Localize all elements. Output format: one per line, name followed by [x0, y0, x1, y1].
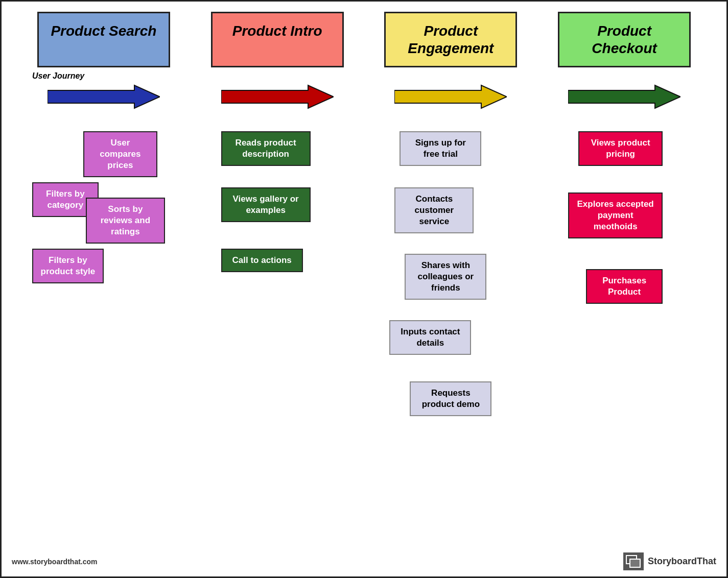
- footer-url: www.storyboardthat.com: [12, 558, 98, 566]
- arrow-yellow: [394, 83, 507, 111]
- arrow-wrapper-2: [211, 83, 344, 111]
- footer-logo: StoryboardThat: [623, 552, 716, 570]
- footer-logo-text: StoryboardThat: [648, 556, 716, 567]
- header-product-intro: Product Intro: [211, 12, 344, 67]
- columns-row: Product Search Product Intro ProductEnga…: [17, 12, 711, 67]
- col4-items: Views product pricing Explores accepted …: [553, 131, 696, 387]
- card-explores: Explores accepted payment meothoids: [568, 192, 663, 238]
- card-contacts: Contacts customer service: [394, 187, 474, 233]
- col-product-checkout: Views product pricing Explores accepted …: [553, 131, 696, 387]
- svg-marker-2: [394, 85, 507, 108]
- arrow-blue: [48, 83, 160, 111]
- card-shares: Shares with colleagues or friends: [405, 254, 486, 300]
- card-views-pricing: Views product pricing: [578, 131, 663, 166]
- main-container: Product Search Product Intro ProductEnga…: [2, 2, 726, 576]
- col-product-intro: Reads product description Views gallery …: [206, 131, 349, 346]
- col-product-search: User compares prices Filters by category…: [32, 131, 175, 346]
- svg-marker-1: [221, 85, 334, 108]
- card-reads-description: Reads product description: [221, 131, 311, 166]
- card-signs-up: Signs up for free trial: [400, 131, 481, 166]
- card-requests: Requests product demo: [410, 381, 491, 416]
- col2-items: Reads product description Views gallery …: [206, 131, 349, 346]
- arrows-row: User Journey: [17, 83, 711, 111]
- svg-marker-0: [48, 85, 160, 108]
- card-purchases: Purchases Product: [586, 269, 663, 304]
- col1-items: User compares prices Filters by category…: [32, 131, 175, 346]
- arrow-wrapper-3: [384, 83, 517, 111]
- arrow-red: [221, 83, 334, 111]
- col-product-engagement: Signs up for free trial Contacts custome…: [379, 131, 522, 438]
- content-area: User compares prices Filters by category…: [17, 131, 711, 438]
- footer: www.storyboardthat.com StoryboardThat: [12, 552, 716, 570]
- storyboardthat-icon: [623, 552, 644, 570]
- arrow-wrapper-4: [558, 83, 691, 111]
- card-views-gallery: Views gallery or examples: [221, 187, 311, 222]
- arrow-label: User Journey: [32, 71, 84, 81]
- card-filters-style: Filters by product style: [32, 249, 104, 283]
- header-product-search: Product Search: [37, 12, 170, 67]
- arrow-green: [568, 83, 680, 111]
- svg-marker-3: [568, 85, 680, 108]
- card-inputs: Inputs contact details: [389, 320, 471, 355]
- svg-rect-5: [630, 559, 640, 567]
- arrow-wrapper-1: [37, 83, 170, 111]
- col3-items: Signs up for free trial Contacts custome…: [379, 131, 522, 438]
- header-product-checkout: ProductCheckout: [558, 12, 691, 67]
- header-product-engagement: ProductEngagement: [384, 12, 517, 67]
- card-user-compares: User compares prices: [83, 131, 157, 177]
- card-sorts: Sorts by reviews and ratings: [86, 198, 165, 244]
- card-cta: Call to actions: [221, 249, 303, 272]
